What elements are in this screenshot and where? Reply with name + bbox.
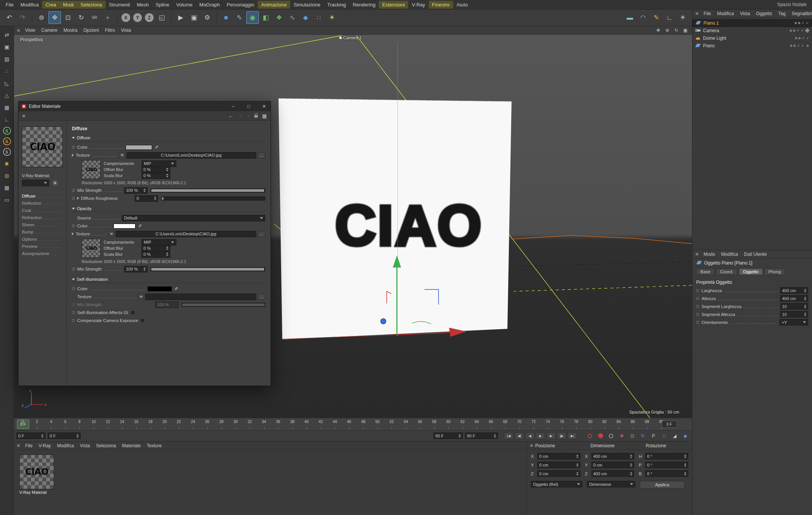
menu-volume[interactable]: Volume bbox=[173, 1, 196, 9]
menu-mesh[interactable]: Mesh bbox=[134, 1, 152, 9]
texture-sphere-icon[interactable]: ◍ bbox=[2, 171, 12, 180]
timeline-tick[interactable]: 4 bbox=[51, 418, 65, 430]
enabled-check-icon[interactable]: ✓ bbox=[801, 29, 804, 33]
menu-modifica[interactable]: Modifica bbox=[17, 1, 42, 9]
visibility-dot-icon[interactable] bbox=[798, 37, 801, 39]
enabled-check-icon[interactable]: ✓ bbox=[802, 36, 805, 40]
playback-ramp-button[interactable]: ◢ bbox=[670, 432, 679, 440]
campionamento-select[interactable]: MIP bbox=[142, 239, 176, 246]
coord-field-posizione-x[interactable]: 0 cm bbox=[537, 453, 580, 459]
attribute-field-altezza[interactable]: 400 cm bbox=[780, 295, 808, 302]
texture-dropdown[interactable] bbox=[138, 294, 144, 300]
stepper[interactable] bbox=[166, 168, 168, 171]
expand-icon[interactable] bbox=[72, 232, 74, 235]
coord-field-posizione-z[interactable]: 0 cm bbox=[537, 470, 580, 477]
prev-key-button[interactable]: ◀| bbox=[515, 432, 524, 439]
material-menu-vista[interactable]: Vista bbox=[77, 442, 93, 449]
field-button[interactable]: ◆ bbox=[299, 11, 312, 24]
mix-strength-slider[interactable] bbox=[151, 188, 265, 193]
channel-reflection[interactable]: Reflection bbox=[22, 201, 63, 205]
stepper[interactable] bbox=[576, 463, 579, 467]
diffuse-texture-path-field[interactable]: C:\Users\Loris\Desktop\CIAO.jpg bbox=[126, 152, 256, 159]
up-icon[interactable]: ↑ bbox=[247, 113, 250, 119]
generator-button[interactable]: ◧ bbox=[260, 11, 272, 24]
record-position-button[interactable]: ✥ bbox=[617, 432, 626, 440]
enabled-check-icon[interactable]: ✓ bbox=[806, 36, 809, 40]
object-row-dome-light[interactable]: Dome Light✓✓ bbox=[692, 34, 812, 42]
attribute-field-segmenti-altezza[interactable]: 10 bbox=[780, 311, 808, 317]
material-menu-file[interactable]: File bbox=[22, 442, 36, 449]
visibility-dot-icon[interactable] bbox=[795, 22, 797, 24]
anim-dot-icon[interactable] bbox=[696, 305, 699, 308]
range-end-field[interactable]: 90 F bbox=[465, 433, 498, 439]
material-preview[interactable]: CIAO bbox=[22, 126, 63, 167]
coordinate-system-button[interactable]: ◱ bbox=[156, 11, 168, 24]
paint-roller-icon[interactable]: ▭ bbox=[2, 195, 12, 204]
attribute-menu-modo[interactable]: Modo bbox=[701, 251, 718, 258]
texture-dropdown[interactable] bbox=[119, 152, 125, 158]
material-type-select[interactable] bbox=[22, 180, 49, 186]
stepper[interactable] bbox=[804, 297, 806, 300]
channel-diffuse[interactable]: Diffuse bbox=[22, 194, 63, 198]
dimension-mode-select[interactable]: Dimensione bbox=[587, 481, 635, 487]
subdivision-surface-button[interactable]: ◉ bbox=[246, 11, 259, 24]
stepper[interactable] bbox=[494, 434, 496, 438]
stepper[interactable] bbox=[143, 267, 146, 271]
default-light-button[interactable]: ☀ bbox=[677, 11, 689, 24]
polygons-mode-icon[interactable]: △ bbox=[2, 90, 12, 100]
modeling-settings-button[interactable]: + bbox=[101, 11, 114, 24]
timeline-tick[interactable]: 6 bbox=[65, 418, 80, 430]
record-rotation-button[interactable]: ↻ bbox=[638, 432, 647, 440]
anim-dot-icon[interactable] bbox=[72, 287, 75, 290]
object-manager-menu-icon[interactable]: ≡ bbox=[695, 11, 698, 16]
render-settings-button[interactable]: ⚙ bbox=[201, 11, 213, 24]
camera-label[interactable]: Camera 1 bbox=[339, 36, 361, 40]
keyframe-selection-button[interactable] bbox=[607, 432, 616, 440]
visibility-dot-icon[interactable] bbox=[793, 30, 795, 32]
offset-blur-field[interactable]: 0 % bbox=[142, 166, 170, 173]
lock-z-button[interactable]: Z bbox=[145, 13, 154, 22]
opacity-source-select[interactable]: Default bbox=[122, 215, 265, 221]
anim-dot-icon[interactable] bbox=[72, 189, 75, 192]
stepper[interactable] bbox=[684, 472, 686, 476]
coord-field-dimensione-z[interactable]: 400 cm bbox=[591, 470, 635, 477]
coord-field-rotazione-b[interactable]: 0 ° bbox=[645, 470, 688, 477]
close-button[interactable]: ✕ bbox=[258, 101, 271, 111]
points-mode-icon[interactable]: ∴ bbox=[2, 66, 12, 76]
channel-options[interactable]: Options bbox=[22, 237, 63, 241]
stepper[interactable] bbox=[459, 434, 461, 438]
object-menu-oggetto[interactable]: Oggetto bbox=[753, 10, 775, 17]
coord-field-dimensione-x[interactable]: 400 cm bbox=[591, 453, 635, 459]
viewport-menu-camere[interactable]: Camere bbox=[38, 27, 61, 34]
mix-strength-field[interactable]: 100 % bbox=[124, 266, 148, 272]
menu-modi[interactable]: Modi bbox=[60, 1, 77, 9]
stepper[interactable] bbox=[154, 196, 156, 200]
mix-strength-field[interactable]: 100 % bbox=[124, 187, 148, 194]
texture-thumbnail[interactable]: CIAO bbox=[82, 239, 101, 258]
menu-strumenti[interactable]: Strumenti bbox=[106, 1, 134, 9]
opacity-texture-path-field[interactable]: C:\Users\Loris\Desktop\CIAO.jpg bbox=[116, 231, 256, 237]
grid-view-icon[interactable]: ▦ bbox=[262, 113, 267, 119]
back-icon[interactable]: ← bbox=[228, 113, 233, 119]
anim-dot-icon[interactable] bbox=[72, 197, 75, 200]
visibility-dot-icon[interactable] bbox=[793, 45, 796, 47]
minimize-button[interactable]: – bbox=[227, 101, 240, 111]
self-illumination-texture-field[interactable] bbox=[145, 294, 256, 300]
stepper[interactable] bbox=[76, 434, 79, 438]
redo-button[interactable]: ↷ bbox=[16, 11, 29, 24]
material-menu-materiale[interactable]: Materiale bbox=[119, 442, 144, 449]
channel-assegnazione[interactable]: Assegnazione bbox=[22, 251, 63, 256]
record-scale-button[interactable]: ⊡ bbox=[628, 432, 637, 440]
view-label[interactable]: Prospettiva bbox=[20, 37, 43, 42]
opacity-section-header[interactable]: Opacity bbox=[72, 205, 265, 212]
frame-end-field[interactable]: 90 F bbox=[434, 433, 463, 439]
texture-tag-icon[interactable] bbox=[806, 44, 809, 48]
prev-frame-button[interactable]: ◀ bbox=[525, 432, 535, 439]
next-frame-button[interactable]: ▶ bbox=[546, 432, 556, 439]
rotate-tool-button[interactable]: ↻ bbox=[75, 11, 87, 24]
channel-preview[interactable]: Preview bbox=[22, 244, 63, 249]
menu-spline[interactable]: Spline bbox=[152, 1, 173, 9]
menu-rendering[interactable]: Rendering bbox=[349, 1, 379, 9]
active-camera-icon[interactable] bbox=[805, 27, 809, 34]
pan-view-icon[interactable]: ✥ bbox=[655, 27, 662, 34]
